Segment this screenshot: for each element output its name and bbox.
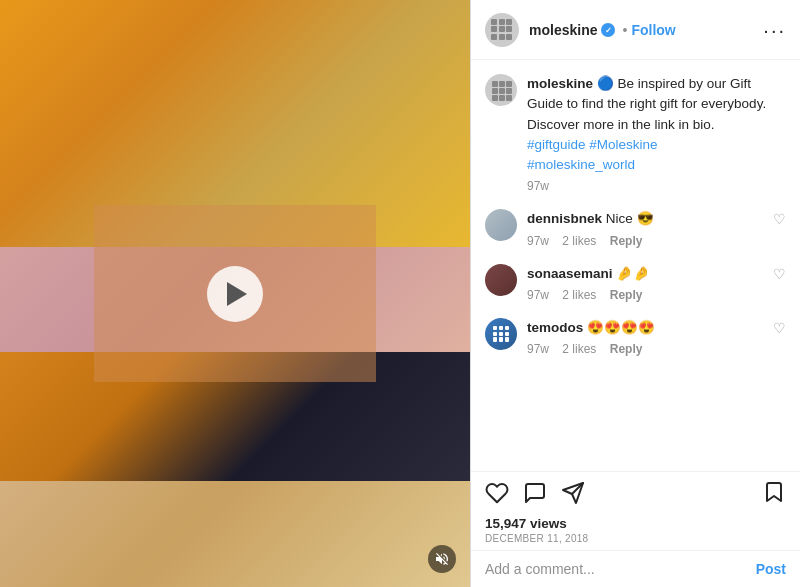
comment-button[interactable] xyxy=(523,481,547,509)
caption-avatar-grid-icon xyxy=(492,81,510,99)
comment-3-text: temodos 😍😍😍😍 xyxy=(527,318,786,338)
comment-3-username[interactable]: temodos xyxy=(527,320,583,335)
caption-text: moleskine 🔵 Be inspired by our Gift Guid… xyxy=(527,74,786,175)
comment-1-reply[interactable]: Reply xyxy=(610,234,643,248)
comment-1-likes[interactable]: 2 likes xyxy=(562,234,596,248)
add-comment-input[interactable] xyxy=(485,561,756,577)
actions-bar: 15,947 views December 11, 2018 xyxy=(471,471,800,550)
caption-body: moleskine 🔵 Be inspired by our Gift Guid… xyxy=(527,74,786,193)
verified-icon xyxy=(601,23,615,37)
dennis-avatar[interactable] xyxy=(485,209,517,241)
post-comment-button[interactable]: Post xyxy=(756,561,786,577)
share-icon xyxy=(561,481,585,505)
comment-1-body: dennisbnek Nice 😎 97w 2 likes Reply xyxy=(527,209,786,247)
comment-1-text: dennisbnek Nice 😎 xyxy=(527,209,786,229)
comment-2-body: sonaasemani 🤌🤌 97w 2 likes Reply xyxy=(527,264,786,302)
video-bg-stripe-4 xyxy=(0,481,470,587)
avatar-grid-icon xyxy=(491,19,513,41)
caption-meta: 97w xyxy=(527,179,786,193)
comment-row: sonaasemani 🤌🤌 97w 2 likes Reply ♡ xyxy=(485,264,786,302)
like-button[interactable] xyxy=(485,481,509,509)
sona-avatar[interactable] xyxy=(485,264,517,296)
header-username[interactable]: moleskine xyxy=(529,22,597,38)
mute-button[interactable] xyxy=(428,545,456,573)
comment-1-username[interactable]: dennisbnek xyxy=(527,211,602,226)
comment-3-timestamp: 97w xyxy=(527,342,549,356)
comment-2-text: sonaasemani 🤌🤌 xyxy=(527,264,786,284)
follow-button[interactable]: Follow xyxy=(631,22,675,38)
dot-separator: • xyxy=(622,22,627,38)
share-button[interactable] xyxy=(561,481,585,509)
more-options-button[interactable]: ··· xyxy=(763,20,786,40)
play-triangle-icon xyxy=(227,282,247,306)
comment-row: temodos 😍😍😍😍 97w 2 likes Reply ♡ xyxy=(485,318,786,356)
comment-2-username[interactable]: sonaasemani xyxy=(527,266,613,281)
comment-2-likes[interactable]: 2 likes xyxy=(562,288,596,302)
heart-icon xyxy=(485,481,509,505)
mute-icon xyxy=(434,551,450,567)
comment-1-heart-button[interactable]: ♡ xyxy=(773,211,786,227)
info-panel: moleskine • Follow ··· moleskine 🔵 Be in… xyxy=(470,0,800,587)
post-header: moleskine • Follow ··· xyxy=(471,0,800,60)
comment-1-timestamp: 97w xyxy=(527,234,549,248)
header-avatar[interactable] xyxy=(485,13,519,47)
comment-2-heart-button[interactable]: ♡ xyxy=(773,266,786,282)
comment-icon xyxy=(523,481,547,505)
comment-3-body: temodos 😍😍😍😍 97w 2 likes Reply xyxy=(527,318,786,356)
caption-avatar[interactable] xyxy=(485,74,517,106)
video-panel xyxy=(0,0,470,587)
bookmark-button[interactable] xyxy=(762,480,786,510)
comment-2-reply[interactable]: Reply xyxy=(610,288,643,302)
comment-3-heart-button[interactable]: ♡ xyxy=(773,320,786,336)
temodos-avatar[interactable] xyxy=(485,318,517,350)
comment-1-meta: 97w 2 likes Reply xyxy=(527,234,786,248)
comment-2-timestamp: 97w xyxy=(527,288,549,302)
comment-3-likes[interactable]: 2 likes xyxy=(562,342,596,356)
comment-2-meta: 97w 2 likes Reply xyxy=(527,288,786,302)
bookmark-icon xyxy=(762,480,786,504)
comment-row: dennisbnek Nice 😎 97w 2 likes Reply ♡ xyxy=(485,209,786,247)
caption-timestamp: 97w xyxy=(527,179,549,193)
action-icons-row xyxy=(485,480,786,510)
header-user-info: moleskine • Follow xyxy=(529,22,763,38)
add-comment-bar: Post xyxy=(471,550,800,587)
caption-hashtags[interactable]: #giftguide #Moleskine#moleskine_world xyxy=(527,137,658,172)
post-date: December 11, 2018 xyxy=(485,533,786,544)
temodos-avatar-grid-icon xyxy=(493,326,509,342)
caption-username[interactable]: moleskine xyxy=(527,76,593,91)
comments-area: moleskine 🔵 Be inspired by our Gift Guid… xyxy=(471,60,800,471)
post-caption: moleskine 🔵 Be inspired by our Gift Guid… xyxy=(485,74,786,193)
comment-3-meta: 97w 2 likes Reply xyxy=(527,342,786,356)
views-count: 15,947 views xyxy=(485,516,786,531)
play-button[interactable] xyxy=(207,266,263,322)
comment-3-reply[interactable]: Reply xyxy=(610,342,643,356)
